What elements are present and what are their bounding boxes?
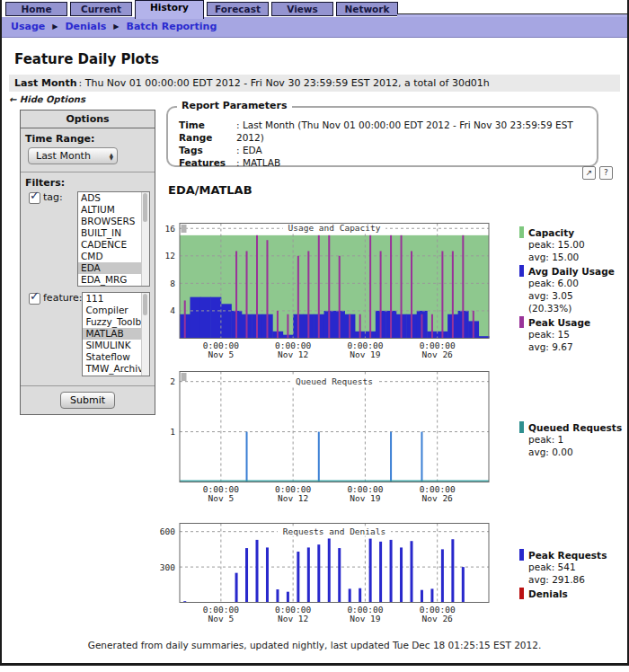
options-panel: Options Time Range: Last Month ▲▼ Filter… xyxy=(20,110,155,415)
tag-label: tag: xyxy=(43,191,63,203)
svg-text:2: 2 xyxy=(170,376,175,386)
usage-capacity-plot: Usage and Capacity4812160:00:00Nov 50:00… xyxy=(156,223,494,365)
report-parameter-row: Time Range : Last Month (Thu Nov 01 00:0… xyxy=(179,119,597,144)
legend-stat: peak: 541 xyxy=(528,561,627,573)
requests-denials-plot: Requests and Denials3006000:00:00Nov 50:… xyxy=(156,523,494,629)
legend-label: Peak Requests xyxy=(528,550,607,561)
hide-options-link[interactable]: ← Hide Options xyxy=(9,94,85,104)
tag-listbox[interactable]: ADSALTIUMBROWSERSBUILT_INCADENCECMDEDAED… xyxy=(77,191,150,287)
svg-text:Nov 26: Nov 26 xyxy=(422,349,454,359)
legend-stat: avg: 291.86 xyxy=(528,573,627,586)
list-item[interactable]: SIMULINK xyxy=(83,340,142,351)
list-item[interactable]: Stateflow xyxy=(83,351,142,363)
svg-text:Usage and Capacity: Usage and Capacity xyxy=(288,223,381,233)
scrollbar-thumb[interactable] xyxy=(143,193,147,222)
submit-button[interactable]: Submit xyxy=(60,392,115,409)
legend-label: Denials xyxy=(528,588,568,599)
legend-entry: Peak Usage xyxy=(519,316,627,328)
tab-history[interactable]: History xyxy=(135,0,204,19)
svg-text:8: 8 xyxy=(170,279,175,288)
svg-text:Nov 19: Nov 19 xyxy=(350,349,381,359)
svg-text:16: 16 xyxy=(165,224,176,234)
legend-stat: (20.33%) xyxy=(528,302,627,314)
legend-entry: Denials xyxy=(519,588,627,599)
tag-checkbox[interactable]: ✓ xyxy=(29,192,40,204)
list-item[interactable]: ALTIUM xyxy=(78,204,142,216)
list-item[interactable]: Compiler xyxy=(83,305,142,316)
svg-text:Nov 5: Nov 5 xyxy=(208,614,235,623)
breadcrumb-denials[interactable]: Denials xyxy=(65,21,106,32)
legend-stat: peak: 15 xyxy=(528,328,627,340)
tab-network[interactable]: Network xyxy=(336,2,398,16)
scrollbar-thumb[interactable] xyxy=(143,294,147,315)
legend-stat: avg: 0.00 xyxy=(528,446,627,458)
breadcrumb-usage[interactable]: Usage xyxy=(11,21,45,32)
list-item[interactable]: MATLAB xyxy=(83,328,142,340)
tab-views[interactable]: Views xyxy=(271,2,333,16)
time-range-section: Time Range: Last Month ▲▼ xyxy=(21,128,155,172)
options-panel-footer: Submit xyxy=(21,385,155,414)
feature-section-title: EDA/MATLAB xyxy=(168,183,252,197)
options-panel-title: Options xyxy=(21,111,155,128)
legend-label: Queued Requests xyxy=(528,422,622,433)
feature-label: feature: xyxy=(43,292,82,304)
list-item[interactable]: TMW_Archive xyxy=(83,363,142,375)
list-item[interactable]: CADENCE xyxy=(78,239,142,251)
svg-text:4: 4 xyxy=(170,305,175,315)
tab-home[interactable]: Home xyxy=(5,2,67,16)
svg-text:Nov 12: Nov 12 xyxy=(278,493,308,503)
page-title: Feature Daily Plots xyxy=(14,51,159,67)
tab-current[interactable]: Current xyxy=(70,2,132,16)
list-item[interactable]: BROWSERS xyxy=(78,216,142,227)
svg-text:Nov 26: Nov 26 xyxy=(422,614,454,623)
chart-canvas: Requests and Denials3006000:00:00Nov 50:… xyxy=(156,523,494,625)
legend-entry: Peak Requests xyxy=(519,549,627,561)
time-range-select[interactable]: Last Month ▲▼ xyxy=(28,147,118,164)
legend-entry: Capacity xyxy=(519,226,627,238)
requests-denials-legend: Peak Requestspeak: 541avg: 291.86Denials xyxy=(519,547,627,599)
legend-stat: avg: 3.05 xyxy=(528,289,627,302)
svg-text:Nov 19: Nov 19 xyxy=(350,493,381,503)
breadcrumb-separator-icon: ▶ xyxy=(113,22,119,31)
help-icon[interactable]: ? xyxy=(599,166,613,180)
scrollbar[interactable] xyxy=(141,192,149,286)
list-item[interactable]: CMD xyxy=(78,251,142,262)
legend-swatch-icon xyxy=(519,588,524,599)
chart-canvas: Queued Requests120:00:00Nov 50:00:00Nov … xyxy=(156,371,494,505)
list-item[interactable]: 111 xyxy=(83,293,142,305)
feature-checkbox[interactable]: ✓ xyxy=(29,293,40,305)
app-window: Home Current History Forecast Views Netw… xyxy=(0,0,629,666)
list-item[interactable]: EDA_MRG xyxy=(78,274,142,286)
legend-stat: peak: 1 xyxy=(528,433,627,446)
report-parameters-box: Report Parameters Time Range : Last Mont… xyxy=(166,106,598,167)
time-range-value: Last Month xyxy=(36,150,91,162)
checkmark-icon: ✓ xyxy=(30,189,40,202)
svg-text:Nov 12: Nov 12 xyxy=(278,614,308,623)
legend-label: Peak Usage xyxy=(528,317,590,328)
feature-listbox[interactable]: 111CompilerFuzzy_ToolboxMATLABSIMULINKSt… xyxy=(82,292,150,376)
export-icon[interactable]: ↗ xyxy=(582,166,596,180)
svg-text:1: 1 xyxy=(170,427,175,437)
svg-text:Queued Requests: Queued Requests xyxy=(296,376,373,386)
tab-forecast[interactable]: Forecast xyxy=(207,2,269,16)
scrollbar[interactable] xyxy=(141,293,149,376)
svg-text:12: 12 xyxy=(165,251,175,261)
list-item[interactable]: EDA xyxy=(78,262,142,274)
legend-swatch-icon xyxy=(519,265,524,277)
chart-canvas: Usage and Capacity4812160:00:00Nov 50:00… xyxy=(156,223,494,361)
legend-stat: peak: 6.00 xyxy=(528,277,627,289)
report-parameter-row: Features : MATLAB xyxy=(179,156,597,169)
chart-tools: ↗ ? xyxy=(582,166,613,180)
legend-entry: Queued Requests xyxy=(519,421,627,433)
list-item[interactable]: ADS xyxy=(78,192,142,204)
legend-swatch-icon xyxy=(519,421,524,433)
report-parameters-title: Report Parameters xyxy=(177,100,292,111)
legend-entry: Avg Daily Usage xyxy=(519,265,627,277)
breadcrumb-batch-reporting[interactable]: Batch Reporting xyxy=(127,21,217,32)
svg-text:Nov 12: Nov 12 xyxy=(278,349,308,359)
list-item[interactable]: BUILT_IN xyxy=(78,227,142,239)
list-item[interactable]: Fuzzy_Toolbox xyxy=(83,316,142,328)
report-parameters-rows: Time Range : Last Month (Thu Nov 01 00:0… xyxy=(168,108,597,169)
period-summary-bar: Last Month: Thu Nov 01 00:00:00 EDT 2012… xyxy=(9,75,620,92)
period-label: Last Month xyxy=(14,77,77,89)
